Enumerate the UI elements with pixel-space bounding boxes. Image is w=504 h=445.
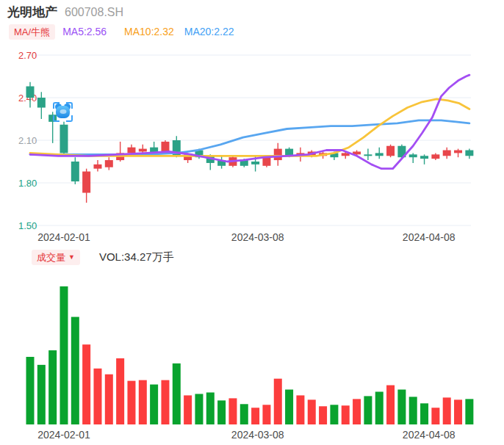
volume-bar bbox=[262, 405, 270, 424]
volume-bar bbox=[409, 397, 417, 424]
volume-bar bbox=[296, 395, 304, 424]
title-row: 光明地产 600708.SH bbox=[7, 4, 123, 21]
candle-body bbox=[443, 151, 451, 156]
candle-body bbox=[454, 151, 462, 153]
volume-bar bbox=[397, 390, 406, 424]
volume-bar bbox=[465, 399, 473, 424]
candle-body bbox=[60, 125, 68, 153]
date-axis-label: 2024-04-08 bbox=[403, 429, 456, 441]
volume-bar bbox=[319, 406, 327, 424]
candle-body bbox=[262, 157, 270, 166]
volume-bar bbox=[240, 404, 248, 424]
volume-bar bbox=[420, 403, 428, 424]
candle-body bbox=[71, 162, 79, 181]
price-axis-label: 2.70 bbox=[18, 50, 37, 61]
date-axis-label: 2024-03-08 bbox=[231, 231, 284, 243]
candle-body bbox=[161, 142, 169, 152]
volume-bar bbox=[82, 344, 90, 424]
volume-bar bbox=[139, 380, 147, 424]
volume-bar bbox=[386, 386, 395, 424]
volume-bar bbox=[116, 358, 124, 424]
bear-icon bbox=[60, 109, 66, 114]
volume-bar bbox=[285, 390, 293, 424]
candle-body bbox=[274, 149, 282, 160]
candle-body bbox=[251, 162, 259, 164]
price-axis-label: 1.50 bbox=[18, 220, 37, 231]
candle-body bbox=[127, 148, 135, 153]
volume-bar bbox=[217, 400, 226, 424]
volume-bar bbox=[330, 405, 338, 424]
volume-bar bbox=[443, 397, 451, 424]
volume-bar bbox=[342, 405, 350, 424]
candle-body bbox=[375, 153, 384, 156]
date-axis-label: 2024-02-01 bbox=[37, 429, 90, 441]
volume-bar bbox=[37, 365, 46, 424]
volume-bar bbox=[364, 396, 372, 424]
ma-legend: MA/牛熊 MA5:2.56 MA10:2.32 MA20:2.22 bbox=[9, 23, 234, 40]
volume-bar bbox=[308, 399, 316, 424]
legend-ma10[interactable]: MA10:2.32 bbox=[124, 26, 174, 37]
stock-chart-app: 光明地产 600708.SH MA/牛熊 MA5:2.56 MA10:2.32 … bbox=[0, 0, 504, 445]
volume-bar bbox=[150, 385, 158, 424]
bear-icon bbox=[56, 106, 70, 118]
volume-bar bbox=[93, 369, 101, 424]
volume-bar bbox=[454, 399, 462, 424]
volume-bar bbox=[127, 381, 135, 424]
date-axis-label: 2024-02-01 bbox=[37, 231, 90, 243]
volume-bar bbox=[375, 391, 384, 424]
legend-ma20[interactable]: MA20:2.22 bbox=[184, 26, 234, 37]
bear-bull-marker-icon[interactable] bbox=[53, 102, 73, 122]
volume-bar bbox=[71, 317, 79, 424]
date-axis-label: 2024-04-08 bbox=[403, 231, 456, 243]
volume-bar bbox=[60, 286, 68, 424]
volume-bar bbox=[26, 357, 35, 424]
candle-body bbox=[105, 160, 113, 167]
volume-type-badge[interactable]: 成交量 ▼ bbox=[32, 250, 80, 265]
price-axis-label: 1.80 bbox=[18, 178, 37, 189]
price-chart-svg[interactable]: 2.702.402.101.801.502024-02-012024-03-08… bbox=[0, 44, 504, 247]
volume-bar bbox=[431, 408, 439, 424]
volume-bar bbox=[184, 395, 192, 424]
stock-code: 600708.SH bbox=[65, 6, 123, 19]
volume-bar bbox=[173, 363, 181, 424]
volume-bar bbox=[251, 408, 259, 424]
volume-chart-svg[interactable]: 2024-02-012024-03-082024-04-08 bbox=[0, 264, 504, 445]
candle-body bbox=[465, 151, 473, 156]
volume-bar bbox=[274, 379, 282, 424]
volume-bar bbox=[228, 398, 237, 424]
candle-body bbox=[386, 146, 395, 156]
candle-body bbox=[420, 156, 428, 159]
volume-bar bbox=[48, 350, 57, 424]
price-axis-label: 2.10 bbox=[18, 135, 37, 146]
chevron-down-icon: ▼ bbox=[68, 252, 75, 263]
volume-badge-label: 成交量 bbox=[37, 252, 65, 263]
ma-indicator-badge[interactable]: MA/牛熊 bbox=[9, 24, 55, 40]
volume-bar bbox=[105, 375, 113, 424]
volume-bar bbox=[161, 380, 169, 424]
candle-body bbox=[431, 154, 439, 159]
volume-bar bbox=[195, 394, 203, 424]
date-axis-label: 2024-03-08 bbox=[231, 429, 284, 441]
candle-body bbox=[409, 154, 417, 157]
candle-body bbox=[37, 98, 46, 108]
stock-name: 光明地产 bbox=[7, 4, 57, 21]
volume-bar bbox=[206, 392, 215, 424]
candle-body bbox=[82, 172, 90, 193]
candle-body bbox=[139, 149, 147, 152]
volume-value-label: VOL:34.27万手 bbox=[99, 250, 174, 264]
legend-ma5[interactable]: MA5:2.56 bbox=[62, 26, 107, 37]
candle-body bbox=[93, 164, 101, 169]
volume-header: 成交量 ▼ VOL:34.27万手 bbox=[32, 250, 174, 265]
candle-body bbox=[26, 87, 35, 98]
volume-bar bbox=[353, 399, 361, 424]
candle-body bbox=[364, 154, 372, 156]
